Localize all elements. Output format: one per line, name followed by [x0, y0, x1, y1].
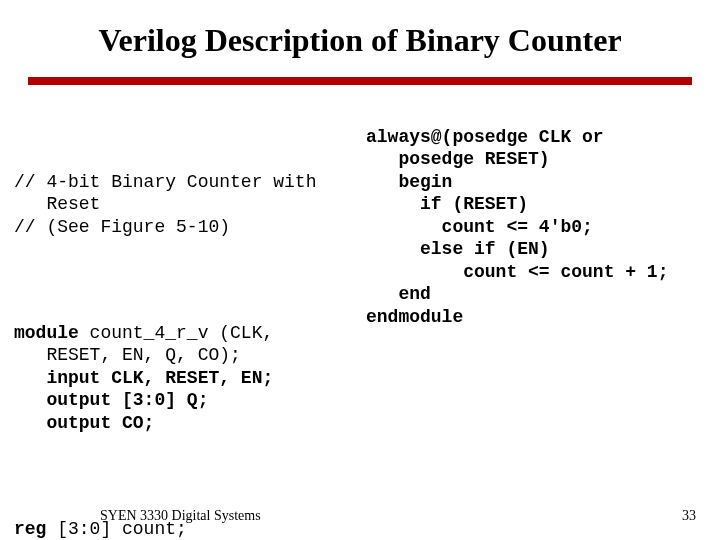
code-line: input CLK, RESET, EN; — [14, 368, 273, 388]
slide: Verilog Description of Binary Counter //… — [0, 0, 720, 540]
code-line: // 4-bit Binary Counter with — [14, 172, 316, 192]
code-line: RESET, EN, Q, CO); — [14, 345, 241, 365]
code-line: count <= 4'b0; — [366, 217, 593, 237]
code-line: output CO; — [14, 413, 154, 433]
module-decl-block: module count_4_r_v (CLK, RESET, EN, Q, C… — [14, 299, 366, 434]
code-line: count <= count + 1; — [366, 262, 668, 282]
horizontal-rule — [28, 77, 692, 85]
code-line: // (See Figure 5-10) — [14, 217, 230, 237]
page-title: Verilog Description of Binary Counter — [0, 0, 720, 69]
page-number: 33 — [682, 508, 696, 524]
code-line: else if (EN) — [366, 239, 550, 259]
code-line: output [3:0] Q; — [14, 390, 208, 410]
left-column: // 4-bit Binary Counter with Reset // (S… — [14, 103, 366, 540]
keyword-module: module — [14, 323, 79, 343]
code-line: if (RESET) — [366, 194, 528, 214]
code-line: end — [366, 284, 431, 304]
code-line: always@(posedge CLK or — [366, 127, 604, 147]
keyword-reg: reg — [14, 519, 46, 539]
code-line: endmodule — [366, 307, 463, 327]
comment-block: // 4-bit Binary Counter with Reset // (S… — [14, 148, 366, 238]
code-line: posedge RESET) — [366, 149, 550, 169]
content-body: // 4-bit Binary Counter with Reset // (S… — [0, 85, 720, 540]
right-column: always@(posedge CLK or posedge RESET) be… — [366, 103, 710, 540]
code-line: module count_4_r_v (CLK, — [14, 323, 273, 343]
code-line: begin — [366, 172, 452, 192]
footer-course: SYEN 3330 Digital Systems — [100, 508, 261, 524]
code-text: count_4_r_v (CLK, — [79, 323, 273, 343]
code-line: Reset — [14, 194, 100, 214]
